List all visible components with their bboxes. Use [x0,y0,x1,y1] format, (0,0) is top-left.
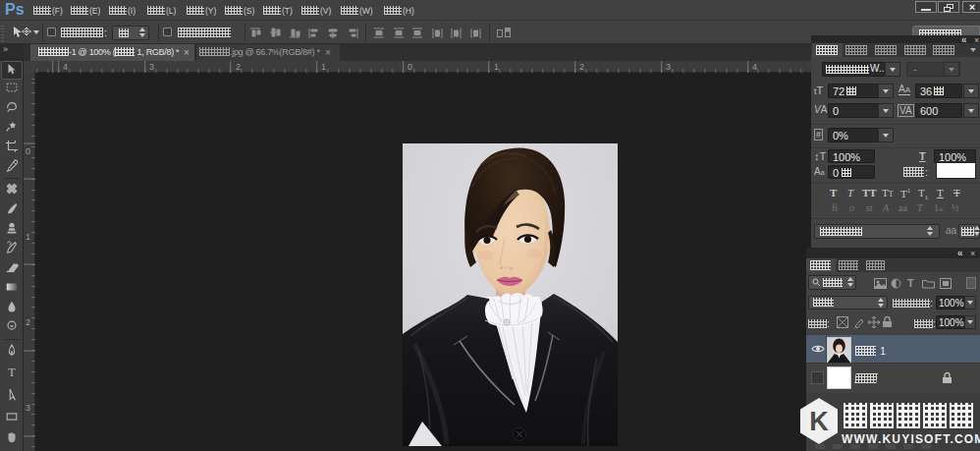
svg-text:T: T [8,366,16,379]
svg-text:K: K [809,407,829,436]
